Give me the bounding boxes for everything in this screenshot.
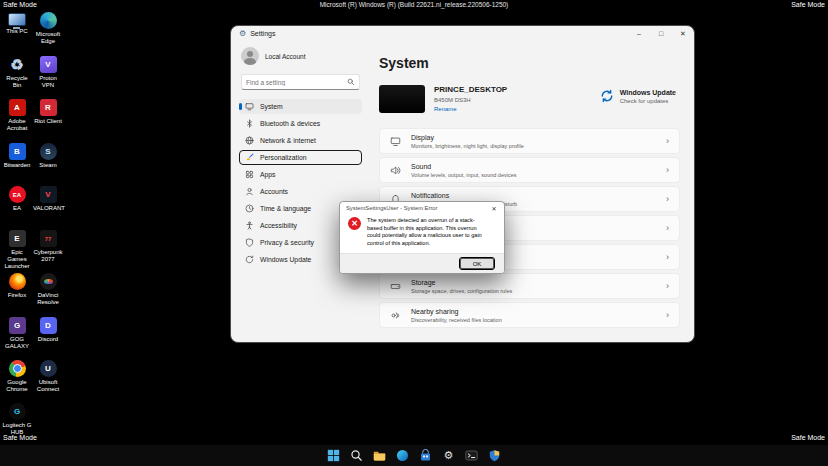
desktop-icon-ubisoft-connect[interactable]: Ubisoft Connect: [33, 360, 63, 393]
error-dialog-footer: OK: [340, 253, 504, 273]
maximize-button[interactable]: □: [650, 26, 672, 41]
desktop-icon-label: Cyberpunk 2077: [33, 249, 63, 263]
desktop-icon-recycle-bin[interactable]: Recycle Bin: [2, 56, 32, 89]
desktop-icon-this-pc[interactable]: This PC: [2, 12, 32, 35]
desktop-icon-epic-games-launcher[interactable]: Epic Games Launcher: [2, 230, 32, 270]
sidebar-item-accounts[interactable]: Accounts: [239, 184, 362, 199]
desktop-icon-firefox[interactable]: Firefox: [2, 273, 32, 299]
sidebar-item-label: Windows Update: [260, 256, 311, 263]
paintbrush-icon: [245, 153, 254, 162]
steam-icon: [40, 143, 57, 160]
desktop-icon-label: Ubisoft Connect: [33, 379, 63, 393]
settings-window: ⚙ Settings – □ ✕ Local Account System: [230, 25, 695, 343]
desktop-icon-label: Microsoft Edge: [33, 31, 63, 45]
windows-build-watermark: Microsoft (R) Windows (R) (Build 22621.n…: [0, 1, 828, 8]
safe-mode-label-bottom-right: Safe Mode: [791, 434, 825, 441]
taskbar-settings-button[interactable]: ⚙: [440, 447, 457, 464]
desktop-icon-proton-vpn[interactable]: Proton VPN: [33, 56, 63, 89]
desktop-icon-adobe-acrobat[interactable]: Adobe Acrobat: [2, 99, 32, 132]
ok-button[interactable]: OK: [460, 258, 494, 269]
terminal-icon: [465, 449, 478, 462]
sidebar-item-system[interactable]: System: [239, 99, 362, 114]
chevron-right-icon: ›: [666, 166, 669, 175]
google-chrome-icon: [9, 360, 26, 377]
desktop-icon-label: GOG GALAXY: [2, 336, 32, 350]
desktop-icon-google-chrome[interactable]: Google Chrome: [2, 360, 32, 393]
edge-icon: [40, 12, 57, 29]
error-dialog-titlebar: SystemSettingsUser - System Error ✕: [340, 202, 504, 214]
sidebar-item-label: Apps: [260, 171, 276, 178]
search-icon: [350, 449, 363, 462]
windows-security-shield-icon: [488, 449, 501, 462]
bluetooth-icon: [245, 119, 254, 128]
desktop-icon-label: Firefox: [2, 292, 32, 299]
taskbar-store-button[interactable]: [417, 447, 434, 464]
desktop-icon-label: VALORANT: [33, 205, 63, 212]
windows-update-status[interactable]: Windows Update Check for updates: [600, 85, 680, 104]
device-name: PRINCE_DESKTOP: [434, 85, 507, 94]
desktop-icon-logitech-g-hub[interactable]: Logitech G HUB: [2, 403, 32, 436]
epic-games-icon: [9, 230, 26, 247]
adobe-acrobat-icon: [9, 99, 26, 116]
desktop-icon-valorant[interactable]: VALORANT: [33, 186, 63, 212]
account-section[interactable]: Local Account: [241, 47, 362, 65]
sidebar-item-label: Network & internet: [260, 137, 316, 144]
desktop-icon-discord[interactable]: Discord: [33, 317, 63, 343]
desktop-icon-label: Google Chrome: [2, 379, 32, 393]
desktop-icon-steam[interactable]: Steam: [33, 143, 63, 169]
sidebar-item-personalization[interactable]: Personalization: [239, 150, 362, 165]
search-input[interactable]: [242, 79, 347, 86]
sidebar-item-bluetooth-devices[interactable]: Bluetooth & devices: [239, 116, 362, 131]
settings-row-display[interactable]: Display Monitors, brightness, night ligh…: [379, 128, 680, 154]
device-header: PRINCE_DESKTOP B450M DS3H Rename Windows…: [379, 85, 680, 113]
taskbar-file-explorer-button[interactable]: [371, 447, 388, 464]
taskbar-start-button[interactable]: [325, 447, 342, 464]
taskbar-search-button[interactable]: [348, 447, 365, 464]
desktop-icon-bitwarden[interactable]: Bitwarden: [2, 143, 32, 169]
bitwarden-icon: [9, 143, 26, 160]
valorant-icon: [40, 186, 57, 203]
desktop-icon-riot-client[interactable]: Riot Client: [33, 99, 63, 125]
desktop-icon-label: Discord: [33, 336, 63, 343]
taskbar-terminal-button[interactable]: [463, 447, 480, 464]
settings-sidebar: Local Account System Bluetooth & devices: [231, 41, 367, 342]
desktop-icon-davinci-resolve[interactable]: DaVinci Resolve: [33, 273, 63, 306]
desktop-icon-gog-galaxy[interactable]: GOG GALAXY: [2, 317, 32, 350]
settings-row-nearby-sharing[interactable]: Nearby sharing Discoverability, received…: [379, 302, 680, 328]
sidebar-item-label: Time & language: [260, 205, 311, 212]
globe-icon: [245, 136, 254, 145]
minimize-button[interactable]: –: [628, 26, 650, 41]
taskbar-edge-button[interactable]: [394, 447, 411, 464]
chevron-right-icon: ›: [666, 311, 669, 320]
settings-row-sound[interactable]: Sound Volume levels, output, input, soun…: [379, 157, 680, 183]
firefox-icon: [9, 273, 26, 290]
desktop-icon-label: DaVinci Resolve: [33, 292, 63, 306]
ea-icon: [9, 186, 26, 203]
row-title: Nearby sharing: [411, 308, 502, 315]
desktop-icon-label: Riot Client: [33, 118, 63, 125]
window-titlebar: ⚙ Settings – □ ✕: [231, 26, 694, 41]
windows-update-subtitle: Check for updates: [620, 98, 676, 104]
rename-link[interactable]: Rename: [434, 106, 507, 112]
taskbar-windows-security-button[interactable]: [486, 447, 503, 464]
chevron-right-icon: ›: [666, 137, 669, 146]
sidebar-item-label: Bluetooth & devices: [260, 120, 320, 127]
clock-icon: [245, 204, 254, 213]
settings-row-storage[interactable]: Storage Storage space, drives, configura…: [379, 273, 680, 299]
desktop-icon-ea[interactable]: EA: [2, 186, 32, 212]
person-icon: [245, 187, 254, 196]
chevron-right-icon: ›: [666, 224, 669, 233]
sidebar-item-network-internet[interactable]: Network & internet: [239, 133, 362, 148]
system-icon: [245, 102, 254, 111]
sidebar-item-apps[interactable]: Apps: [239, 167, 362, 182]
device-thumbnail: [379, 85, 425, 113]
dialog-close-icon[interactable]: ✕: [486, 205, 502, 212]
safe-mode-label-bottom-left: Safe Mode: [3, 434, 37, 441]
proton-vpn-icon: [40, 56, 57, 73]
desktop-icon-cyberpunk-2077[interactable]: Cyberpunk 2077: [33, 230, 63, 263]
close-button[interactable]: ✕: [672, 26, 694, 41]
desktop-icon-microsoft-edge[interactable]: Microsoft Edge: [33, 12, 63, 45]
windows-update-icon: [600, 89, 614, 103]
desktop-icon-label: This PC: [2, 28, 32, 35]
error-dialog-body: The system detected an overrun of a stac…: [340, 214, 504, 253]
